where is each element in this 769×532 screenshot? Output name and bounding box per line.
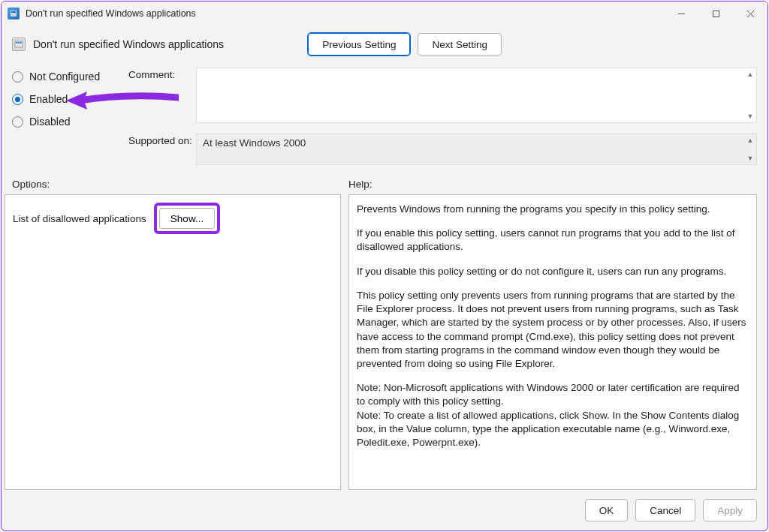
next-setting-button[interactable]: Next Setting: [418, 33, 502, 56]
radio-label: Disabled: [29, 116, 70, 128]
chevron-up-icon[interactable]: ▲: [745, 135, 755, 146]
policy-icon: [8, 8, 20, 20]
supported-on-field: At least Windows 2000 ▲ ▼: [196, 134, 757, 165]
supported-on-value: At least Windows 2000: [203, 137, 306, 149]
annotation-highlight: Show...: [154, 203, 220, 234]
options-header: Options:: [12, 179, 348, 190]
help-paragraph: If you disable this policy setting or do…: [357, 265, 749, 278]
help-header: Help:: [348, 179, 757, 190]
previous-setting-button[interactable]: Previous Setting: [308, 33, 410, 56]
cancel-button[interactable]: Cancel: [635, 499, 695, 521]
help-paragraph: Note: To create a list of allowed applic…: [357, 409, 749, 450]
svg-rect-3: [713, 11, 719, 17]
chevron-down-icon[interactable]: ▼: [745, 111, 755, 122]
help-paragraph: If you enable this policy setting, users…: [357, 227, 749, 254]
panes: List of disallowed applications Show... …: [2, 194, 767, 490]
dialog-footer: OK Cancel Apply: [2, 490, 767, 530]
chevron-up-icon[interactable]: ▲: [745, 69, 755, 80]
comment-label: Comment:: [128, 68, 196, 80]
radio-label: Not Configured: [29, 71, 100, 83]
help-pane: Prevents Windows from running the progra…: [348, 194, 757, 490]
policy-header-icon: [12, 38, 26, 51]
chevron-down-icon[interactable]: ▼: [745, 153, 755, 164]
window-title: Don't run specified Windows applications: [26, 8, 196, 19]
help-paragraph: This policy setting only prevents users …: [357, 289, 749, 371]
radio-enabled[interactable]: Enabled: [12, 93, 128, 105]
policy-dialog: Don't run specified Windows applications…: [1, 1, 768, 531]
close-button[interactable]: [733, 2, 767, 26]
header-row: Don't run specified Windows applications…: [2, 26, 767, 60]
help-paragraph: Note: Non-Microsoft applications with Wi…: [357, 381, 749, 408]
minimize-button[interactable]: [664, 2, 698, 26]
ok-button[interactable]: OK: [585, 499, 629, 521]
state-area: Not Configured Enabled Disabled Comment:…: [2, 60, 767, 165]
apply-button[interactable]: Apply: [703, 499, 757, 521]
options-pane: List of disallowed applications Show...: [5, 194, 341, 490]
comment-textarea[interactable]: ▲ ▼: [196, 68, 757, 123]
svg-rect-1: [11, 11, 16, 13]
show-button[interactable]: Show...: [159, 208, 215, 229]
radio-not-configured[interactable]: Not Configured: [12, 71, 128, 83]
maximize-button[interactable]: [698, 2, 733, 26]
window-controls: [664, 2, 767, 26]
option-list-label: List of disallowed applications: [13, 213, 146, 224]
supported-on-label: Supported on:: [128, 134, 196, 146]
radio-disabled[interactable]: Disabled: [12, 116, 128, 128]
titlebar: Don't run specified Windows applications: [2, 2, 767, 26]
policy-title: Don't run specified Windows applications: [33, 38, 224, 50]
svg-rect-7: [16, 42, 22, 44]
help-paragraph: Prevents Windows from running the progra…: [357, 203, 749, 216]
pane-headers: Options: Help:: [2, 165, 767, 194]
radio-label: Enabled: [29, 93, 68, 105]
